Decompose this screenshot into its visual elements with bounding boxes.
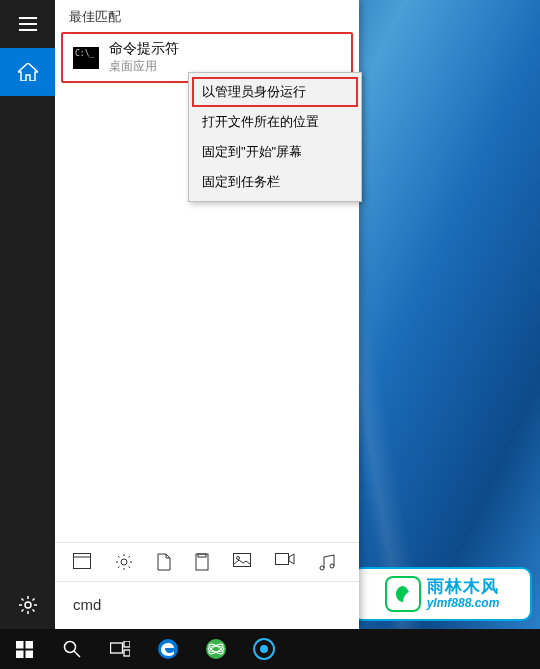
settings-button[interactable]: [0, 581, 55, 629]
start-left-rail: [0, 0, 55, 629]
watermark-logo: 雨林木风 ylmf888.com: [352, 567, 532, 621]
svg-point-19: [206, 639, 226, 659]
watermark-url: ylmf888.com: [427, 597, 500, 610]
menu-run-as-admin[interactable]: 以管理员身份运行: [192, 77, 358, 107]
hamburger-button[interactable]: [0, 0, 55, 48]
filter-videos-icon[interactable]: [275, 553, 295, 571]
svg-rect-9: [16, 641, 24, 649]
svg-rect-15: [111, 643, 123, 653]
filter-apps-icon[interactable]: [73, 553, 91, 571]
svg-line-14: [74, 651, 80, 657]
result-title: 命令提示符: [109, 40, 179, 58]
task-view-icon[interactable]: [96, 629, 144, 669]
taskbar: [0, 629, 540, 669]
svg-rect-12: [25, 650, 33, 658]
svg-point-0: [25, 602, 31, 608]
svg-point-18: [158, 639, 178, 659]
search-input[interactable]: cmd: [55, 581, 359, 629]
cmd-icon: [73, 47, 99, 69]
svg-rect-10: [25, 641, 33, 649]
svg-rect-5: [198, 554, 206, 557]
filter-documents-icon[interactable]: [157, 553, 171, 571]
search-icon[interactable]: [48, 629, 96, 669]
result-subtitle: 桌面应用: [109, 58, 179, 75]
menu-pin-to-start[interactable]: 固定到"开始"屏幕: [192, 137, 358, 167]
context-menu: 以管理员身份运行 打开文件所在的位置 固定到"开始"屏幕 固定到任务栏: [188, 72, 362, 202]
svg-rect-6: [234, 554, 251, 567]
menu-open-file-location[interactable]: 打开文件所在的位置: [192, 107, 358, 137]
start-button[interactable]: [0, 629, 48, 669]
svg-rect-1: [74, 554, 91, 569]
filter-music-icon[interactable]: [319, 553, 335, 571]
taskbar-app-blue-icon[interactable]: [240, 629, 288, 669]
search-section-header: 最佳匹配: [55, 0, 359, 30]
filter-photos-icon[interactable]: [233, 553, 251, 571]
svg-point-7: [237, 557, 240, 560]
svg-point-3: [121, 559, 127, 565]
taskbar-edge-icon[interactable]: [144, 629, 192, 669]
taskbar-app-green-icon[interactable]: [192, 629, 240, 669]
menu-pin-to-taskbar[interactable]: 固定到任务栏: [192, 167, 358, 197]
svg-rect-17: [124, 650, 130, 656]
filter-folders-icon[interactable]: [195, 553, 209, 571]
svg-rect-8: [276, 554, 289, 565]
svg-point-13: [65, 642, 76, 653]
home-button[interactable]: [0, 48, 55, 96]
leaf-icon: [385, 576, 421, 612]
svg-point-24: [260, 645, 268, 653]
svg-rect-11: [16, 650, 24, 658]
filter-settings-icon[interactable]: [115, 553, 133, 571]
svg-rect-16: [124, 641, 130, 647]
watermark-title: 雨林木风: [427, 578, 500, 597]
search-filter-bar: [55, 542, 359, 581]
